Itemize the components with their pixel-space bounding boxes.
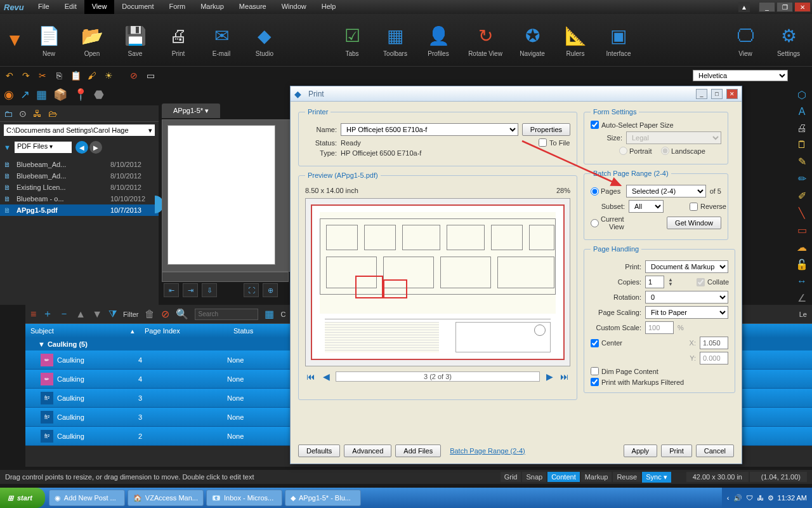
trash-icon[interactable]: 🗑: [145, 309, 155, 320]
ribbon-view[interactable]: 🖵View: [727, 23, 764, 57]
apply-button[interactable]: Apply: [624, 444, 658, 457]
document-page[interactable]: [167, 125, 275, 265]
ribbon-rulers[interactable]: 📐Rulers: [557, 23, 594, 57]
tray-icon[interactable]: 🔊: [733, 494, 742, 502]
fit-width-icon[interactable]: ⇤: [164, 283, 179, 297]
copies-input[interactable]: [645, 276, 664, 288]
ribbon-rotate[interactable]: ↻Rotate View: [463, 23, 508, 57]
subset-select[interactable]: All: [629, 200, 664, 213]
clear-icon[interactable]: ⊘: [161, 308, 169, 320]
arrow-control-icon[interactable]: ▲: [738, 2, 750, 12]
rotation-select[interactable]: 0: [645, 291, 728, 304]
highlight-strip-icon[interactable]: ✎: [798, 156, 806, 168]
print-button[interactable]: Print: [661, 444, 692, 457]
tray-icon[interactable]: 🛡: [746, 494, 753, 502]
menu-document[interactable]: Document: [114, 0, 161, 14]
copy-icon[interactable]: ⎘: [52, 69, 66, 83]
dialog-titlebar[interactable]: ◆ Print _ □ ✕: [291, 86, 742, 102]
menu-window[interactable]: Window: [274, 0, 314, 14]
grid-icon[interactable]: ▦: [36, 88, 47, 102]
menu-measure[interactable]: Measure: [232, 0, 274, 14]
ribbon-profiles[interactable]: 👤Profiles: [420, 23, 457, 57]
note-icon[interactable]: 🗒: [797, 139, 807, 150]
center-checkbox[interactable]: Center: [591, 339, 622, 347]
tray-icon[interactable]: 🖧: [757, 494, 764, 502]
tray-icon[interactable]: ⚙: [768, 494, 774, 502]
batchrange-link[interactable]: Batch Page Range (2-4): [450, 447, 525, 455]
ribbon-navigate[interactable]: ✪Navigate: [514, 23, 551, 57]
menu-help[interactable]: Help: [314, 0, 344, 14]
dimension-icon[interactable]: ↔: [797, 276, 807, 287]
collapse-icon[interactable]: ▼: [4, 144, 11, 151]
next-page-icon[interactable]: ▶: [544, 371, 555, 382]
file-row[interactable]: 🗎APpg1-5.pdf10/7/2013: [0, 204, 159, 216]
page-down-icon[interactable]: ⇩: [202, 283, 217, 297]
highlight-icon[interactable]: ☀: [102, 69, 115, 83]
file-row[interactable]: 🗎Bluebeam_Ad...8/10/2012: [0, 170, 159, 182]
ribbon-new[interactable]: 📄New: [30, 23, 67, 57]
paste-icon[interactable]: 📋: [69, 69, 82, 83]
menu-markup[interactable]: Markup: [193, 0, 232, 14]
tab-document[interactable]: APpg1-5* ▾: [162, 104, 220, 118]
redo-icon[interactable]: ↷: [19, 69, 33, 83]
cancel-button[interactable]: Cancel: [696, 444, 734, 457]
status-sync[interactable]: Sync ▾: [642, 472, 671, 483]
ribbon-print[interactable]: 🖨Print: [160, 23, 197, 57]
tray-expand-icon[interactable]: ‹: [727, 494, 730, 502]
task-item[interactable]: ◆APpg1-5* - Blu...: [285, 490, 361, 506]
undo-icon[interactable]: ↶: [3, 69, 16, 83]
status-grid[interactable]: Grid: [501, 472, 521, 482]
dialog-minimize[interactable]: _: [696, 89, 707, 99]
last-page-icon[interactable]: ⏭: [559, 371, 570, 382]
font-select[interactable]: Helvetica: [693, 70, 788, 81]
ribbon-interface[interactable]: ▣Interface: [600, 23, 637, 57]
dialog-close[interactable]: ✕: [726, 89, 738, 99]
box-icon[interactable]: 📦: [53, 88, 67, 102]
status-markup[interactable]: Markup: [581, 472, 612, 482]
rect-icon[interactable]: ▭: [797, 224, 807, 236]
autosize-checkbox[interactable]: Auto-Select Paper Size: [591, 121, 721, 129]
col-status[interactable]: Status: [228, 327, 258, 335]
swirl-icon[interactable]: ◉: [4, 88, 14, 102]
pin-icon[interactable]: 📍: [74, 88, 88, 102]
prev-page-icon[interactable]: ◀: [320, 371, 332, 382]
pages-select[interactable]: Selected (2-4): [626, 185, 706, 197]
status-snap[interactable]: Snap: [522, 472, 546, 482]
properties-button[interactable]: Properties: [522, 123, 570, 136]
ribbon-toolbars[interactable]: ▦Toolbars: [377, 23, 414, 57]
maximize-button[interactable]: ❐: [776, 2, 793, 12]
print-select[interactable]: Document & Markup: [645, 260, 728, 273]
angle-icon[interactable]: ∠: [797, 292, 806, 304]
task-item[interactable]: 📧Inbox - Micros...: [206, 490, 282, 506]
pin-arrow-icon[interactable]: ↗: [20, 88, 30, 102]
path-field[interactable]: C:\Documents and Settings\Carol Hage▾: [4, 124, 155, 136]
task-item[interactable]: 🏠VZAccess Man...: [128, 490, 204, 506]
dialog-maximize[interactable]: □: [711, 89, 723, 99]
filter-select[interactable]: PDF Files ▾: [15, 142, 72, 153]
search-input[interactable]: [195, 309, 258, 320]
shape-icon[interactable]: ▭: [143, 69, 157, 83]
format-icon[interactable]: 🖌: [85, 69, 99, 83]
reverse-checkbox[interactable]: Reverse: [690, 203, 721, 211]
start-button[interactable]: ⊞start: [0, 488, 45, 508]
network-icon[interactable]: 🖧: [33, 109, 42, 119]
menu-form[interactable]: Form: [162, 0, 193, 14]
dim-checkbox[interactable]: Dim Page Content: [591, 367, 728, 375]
tofile-checkbox[interactable]: To File: [539, 138, 570, 147]
defaults-button[interactable]: Defaults: [298, 444, 340, 457]
pages-radio[interactable]: Pages: [591, 187, 622, 196]
fit-page-icon[interactable]: ⛶: [244, 283, 259, 297]
folder-icon[interactable]: 🗀: [4, 109, 13, 119]
ribbon-tabs[interactable]: ☑Tabs: [334, 23, 370, 57]
ribbon-save[interactable]: 💾Save: [117, 23, 154, 57]
nav-back[interactable]: ◀: [75, 141, 88, 154]
filtered-checkbox[interactable]: Print with Markups Filtered: [591, 378, 728, 386]
ribbon-studio[interactable]: ◆Studio: [246, 23, 283, 57]
page-track[interactable]: 3 (2 of 3): [336, 371, 540, 382]
cut-icon[interactable]: ✂: [36, 69, 49, 83]
pen-icon[interactable]: ✏: [798, 173, 806, 185]
getwindow-button[interactable]: Get Window: [667, 217, 721, 229]
scaling-select[interactable]: Fit to Paper: [645, 306, 728, 319]
drop-icon[interactable]: ⬣: [94, 88, 104, 102]
ribbon-open[interactable]: 📂Open: [74, 23, 110, 57]
